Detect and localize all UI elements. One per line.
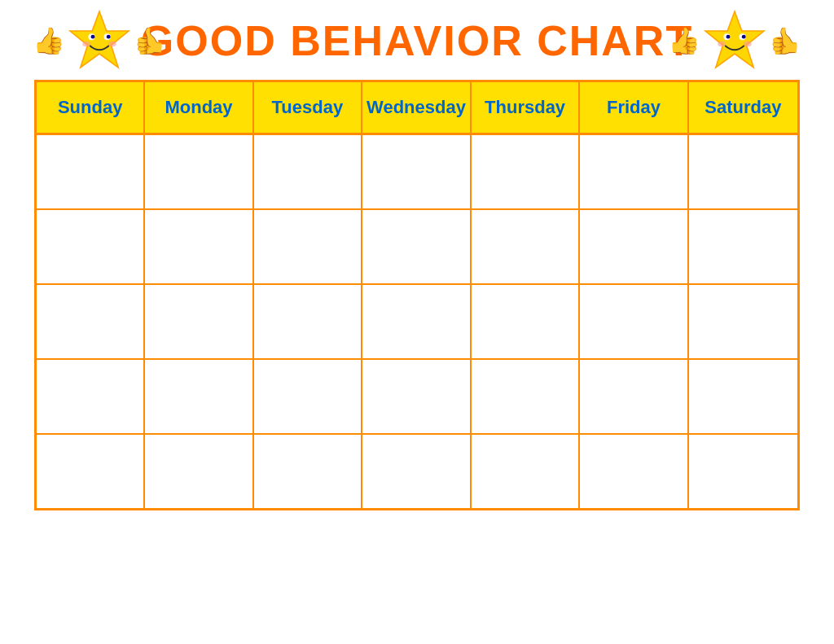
day-sunday: Sunday (37, 82, 145, 133)
table-cell[interactable] (689, 135, 797, 208)
svg-point-6 (108, 42, 116, 46)
table-cell[interactable] (580, 360, 688, 433)
svg-point-11 (742, 35, 746, 39)
chart-header: Sunday Monday Tuesday Wednesday Thursday… (37, 82, 797, 135)
chart-body (37, 135, 797, 508)
table-cell[interactable] (254, 210, 362, 283)
star-decoration-right: 👍 👍 (668, 8, 801, 73)
day-monday: Monday (145, 82, 253, 133)
svg-marker-0 (70, 11, 129, 68)
table-cell[interactable] (145, 435, 253, 508)
table-cell[interactable] (37, 360, 145, 433)
table-cell[interactable] (472, 210, 580, 283)
thumb-left-right-icon: 👍 (668, 25, 700, 56)
table-cell[interactable] (472, 135, 580, 208)
thumb-left-icon: 👍 (33, 25, 65, 56)
chart-row (37, 285, 797, 360)
day-wednesday: Wednesday (362, 82, 472, 133)
table-cell[interactable] (362, 135, 471, 208)
star-icon-left (67, 8, 132, 73)
table-cell[interactable] (145, 135, 253, 208)
table-cell[interactable] (472, 285, 580, 358)
chart-row (37, 135, 797, 210)
thumb-right-icon: 👍 (769, 25, 801, 56)
day-saturday: Saturday (689, 82, 797, 133)
table-cell[interactable] (472, 360, 580, 433)
table-cell[interactable] (145, 210, 253, 283)
svg-point-3 (91, 35, 95, 39)
page-title: GOOD BEHAVIOR CHART (141, 16, 693, 65)
table-cell[interactable] (580, 435, 688, 508)
day-friday: Friday (580, 82, 688, 133)
table-cell[interactable] (362, 210, 471, 283)
table-cell[interactable] (37, 435, 145, 508)
table-cell[interactable] (580, 135, 688, 208)
svg-point-10 (726, 35, 731, 39)
svg-point-5 (82, 42, 90, 46)
table-cell[interactable] (145, 285, 253, 358)
table-cell[interactable] (37, 285, 145, 358)
table-cell[interactable] (689, 285, 797, 358)
table-cell[interactable] (689, 360, 797, 433)
table-cell[interactable] (580, 285, 688, 358)
table-cell[interactable] (254, 285, 362, 358)
table-cell[interactable] (362, 360, 471, 433)
day-thursday: Thursday (472, 82, 580, 133)
table-cell[interactable] (254, 435, 362, 508)
table-cell[interactable] (145, 360, 253, 433)
svg-point-12 (718, 42, 726, 46)
table-cell[interactable] (254, 360, 362, 433)
table-cell[interactable] (689, 435, 797, 508)
svg-marker-7 (705, 11, 764, 68)
header: 👍 👍 GOOD BEHAVIOR CHART (33, 16, 801, 65)
chart-row (37, 435, 797, 508)
page: 👍 👍 GOOD BEHAVIOR CHART (0, 0, 834, 644)
day-tuesday: Tuesday (254, 82, 362, 133)
table-cell[interactable] (37, 210, 145, 283)
table-cell[interactable] (254, 135, 362, 208)
chart-row (37, 360, 797, 435)
thumb-right-left-icon: 👍 (134, 25, 166, 56)
svg-point-4 (107, 35, 111, 39)
chart-row (37, 210, 797, 285)
table-cell[interactable] (362, 435, 471, 508)
table-cell[interactable] (362, 285, 471, 358)
star-decoration-left: 👍 👍 (33, 8, 166, 73)
star-icon-right (702, 8, 767, 73)
table-cell[interactable] (689, 210, 797, 283)
table-cell[interactable] (472, 435, 580, 508)
table-cell[interactable] (580, 210, 688, 283)
behavior-chart: Sunday Monday Tuesday Wednesday Thursday… (34, 80, 800, 510)
table-cell[interactable] (37, 135, 145, 208)
svg-point-13 (744, 42, 752, 46)
